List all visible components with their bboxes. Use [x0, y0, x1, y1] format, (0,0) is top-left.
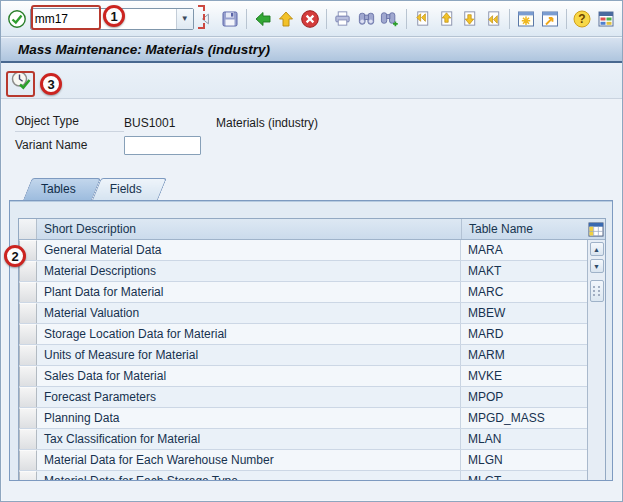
table-name-column-header[interactable]: Table Name: [461, 219, 587, 239]
table-row[interactable]: Plant Data for Material MARC: [19, 282, 587, 303]
last-page-glyph: [484, 9, 503, 28]
tables-tab-panel: Short Description Table Name: [9, 200, 613, 481]
new-session-icon[interactable]: [515, 7, 537, 31]
row-table-name: MAKT: [461, 261, 587, 281]
row-table-name: MPOP: [461, 387, 587, 407]
execute-icon[interactable]: [7, 68, 33, 94]
customize-glyph: [596, 9, 616, 29]
row-short-description: Storage Location Data for Material: [37, 324, 461, 344]
table-settings-glyph: [588, 222, 604, 237]
exit-arrow-glyph: [276, 9, 296, 29]
row-table-name: MLGT: [461, 471, 587, 481]
toolbar-separator: [566, 9, 567, 29]
customize-layout-icon[interactable]: [595, 7, 617, 31]
row-select-button[interactable]: [19, 408, 37, 428]
command-dropdown-icon[interactable]: ▼: [176, 9, 193, 29]
print-icon[interactable]: [332, 7, 354, 31]
title-bar: Mass Maintenance: Materials (industry): [1, 37, 622, 63]
row-short-description: Material Data for Each Warehouse Number: [37, 450, 461, 470]
row-short-description: Units of Measure for Material: [37, 345, 461, 365]
table-row[interactable]: Material Valuation MBEW: [19, 303, 587, 324]
table-rows: General Material Data MARA Material Desc…: [19, 240, 587, 481]
find-next-icon[interactable]: [379, 7, 401, 31]
row-select-button[interactable]: [19, 471, 37, 481]
exit-icon[interactable]: [276, 7, 298, 31]
table-row[interactable]: Sales Data for Material MVKE: [19, 366, 587, 387]
cancel-x-glyph: [300, 9, 320, 29]
object-type-value: BUS1001: [124, 116, 216, 130]
back-icon[interactable]: [252, 7, 274, 31]
row-select-button[interactable]: [19, 366, 37, 386]
row-select-button[interactable]: [19, 240, 37, 260]
tab-tables-label: Tables: [41, 182, 76, 196]
first-page-glyph: [413, 9, 432, 28]
table-row[interactable]: Material Data for Each Storage Type MLGT: [19, 471, 587, 481]
row-select-button[interactable]: [19, 282, 37, 302]
grip-dots-glyph: [592, 285, 601, 297]
scrollbar-thumb[interactable]: [590, 280, 604, 302]
scroll-up-icon[interactable]: ▲: [590, 242, 604, 256]
row-select-button[interactable]: [19, 345, 37, 365]
create-shortcut-icon[interactable]: [539, 7, 561, 31]
tab-container: Tables Fields Short Description Table Na…: [9, 178, 613, 481]
help-icon[interactable]: ?: [572, 7, 594, 31]
row-table-name: MARA: [461, 240, 587, 260]
save-icon[interactable]: [219, 7, 241, 31]
row-table-name: MPGD_MASS: [461, 408, 587, 428]
shortcut-glyph: [540, 9, 560, 29]
selection-form: Object Type BUS1001 Materials (industry)…: [1, 99, 622, 156]
table-row[interactable]: Tax Classification for Material MLAN: [19, 429, 587, 450]
scroll-down-icon[interactable]: ▼: [590, 259, 604, 273]
row-select-button[interactable]: [19, 387, 37, 407]
short-description-column-header[interactable]: Short Description: [37, 219, 461, 239]
row-select-button[interactable]: [19, 261, 37, 281]
row-short-description: Planning Data: [37, 408, 461, 428]
row-select-button[interactable]: [19, 324, 37, 344]
table-body: General Material Data MARA Material Desc…: [19, 240, 605, 481]
row-table-name: MBEW: [461, 303, 587, 323]
object-type-description: Materials (industry): [216, 116, 318, 130]
command-field[interactable]: ▼: [30, 8, 194, 30]
tab-fields[interactable]: Fields: [92, 178, 158, 200]
left-triangle-glyph: [198, 11, 214, 27]
object-type-row: Object Type BUS1001 Materials (industry): [15, 112, 622, 134]
tab-tables[interactable]: Tables: [23, 178, 92, 200]
previous-page-glyph: [437, 9, 456, 28]
cancel-icon[interactable]: [299, 7, 321, 31]
enter-icon[interactable]: [6, 7, 28, 31]
floppy-glyph: [221, 10, 239, 28]
previous-page-icon[interactable]: [435, 7, 457, 31]
table-row[interactable]: Storage Location Data for Material MARD: [19, 324, 587, 345]
row-short-description: Sales Data for Material: [37, 366, 461, 386]
command-input[interactable]: [31, 9, 176, 29]
variant-name-label: Variant Name: [15, 138, 124, 152]
last-page-icon[interactable]: [483, 7, 505, 31]
row-table-name: MARM: [461, 345, 587, 365]
first-page-icon[interactable]: [412, 7, 434, 31]
toolbar-separator: [509, 9, 510, 29]
table-row[interactable]: Units of Measure for Material MARM: [19, 345, 587, 366]
table-settings-icon[interactable]: [587, 219, 605, 239]
table-row[interactable]: General Material Data MARA: [19, 240, 587, 261]
hide-command-triangle-icon[interactable]: [196, 7, 218, 31]
table-row[interactable]: Forecast Parameters MPOP: [19, 387, 587, 408]
table-row[interactable]: Material Data for Each Warehouse Number …: [19, 450, 587, 471]
row-select-button[interactable]: [19, 429, 37, 449]
object-type-label: Object Type: [15, 114, 124, 132]
row-select-button[interactable]: [19, 303, 37, 323]
select-all-column-header[interactable]: [19, 219, 37, 239]
table-row[interactable]: Material Descriptions MAKT: [19, 261, 587, 282]
vertical-scrollbar[interactable]: ▲ ▼: [587, 240, 605, 481]
row-table-name: MARC: [461, 282, 587, 302]
tab-panel-body: Short Description Table Name: [10, 202, 612, 481]
find-icon[interactable]: [355, 7, 377, 31]
variant-name-input[interactable]: [124, 136, 201, 155]
application-toolbar: [1, 63, 622, 99]
sap-gui-window: ▼: [0, 0, 623, 502]
row-table-name: MLAN: [461, 429, 587, 449]
row-select-button[interactable]: [19, 450, 37, 470]
new-session-glyph: [516, 9, 536, 29]
next-page-icon[interactable]: [459, 7, 481, 31]
tab-fields-label: Fields: [110, 182, 142, 196]
table-row[interactable]: Planning Data MPGD_MASS: [19, 408, 587, 429]
